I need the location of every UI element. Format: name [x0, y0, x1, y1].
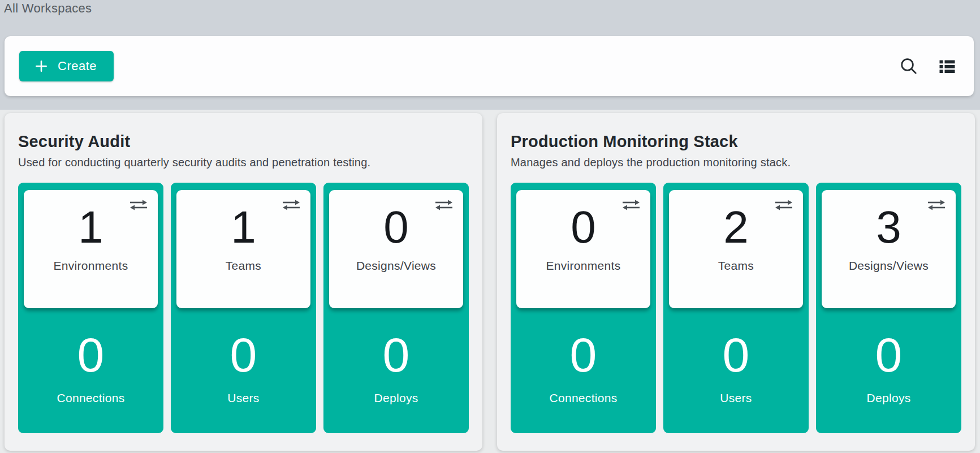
stat-value: 0 — [723, 330, 750, 379]
stat-value: 0 — [570, 330, 597, 379]
stat-label: Environments — [54, 259, 128, 273]
stat-tile-teams[interactable]: 2 Teams 0 Users — [663, 183, 809, 433]
workspace-name: Production Monitoring Stack — [511, 132, 961, 151]
stat-tile-top: 1 Teams — [176, 190, 310, 308]
stat-tile-top: 0 Environments — [516, 190, 650, 308]
stat-tile-bottom: 0 Users — [176, 308, 310, 433]
swap-horizontal-icon[interactable] — [925, 197, 948, 213]
swap-horizontal-icon[interactable] — [280, 197, 303, 213]
stat-value: 0 — [383, 204, 409, 251]
stat-tile-designs-views[interactable]: 0 Designs/Views 0 Deploys — [323, 183, 469, 433]
workspace-card-production-monitoring-stack: Production Monitoring Stack Manages and … — [497, 113, 975, 451]
stat-tile-top: 3 Designs/Views — [822, 190, 956, 308]
workspace-cards-row: Security Audit Used for conducting quart… — [5, 113, 975, 451]
workspace-name: Security Audit — [18, 132, 469, 151]
stat-label: Connections — [549, 391, 617, 405]
stat-label: Designs/Views — [356, 259, 436, 273]
stat-label: Users — [227, 391, 259, 405]
stat-label: Teams — [226, 259, 261, 273]
stat-tile-bottom: 0 Users — [669, 308, 803, 433]
stat-tile-top: 2 Teams — [669, 190, 803, 308]
stat-tile-designs-views[interactable]: 3 Designs/Views 0 Deploys — [816, 183, 961, 433]
stat-value: 0 — [230, 330, 257, 379]
stat-value: 3 — [876, 204, 901, 251]
stat-value: 2 — [723, 204, 749, 251]
stat-value: 1 — [231, 204, 256, 251]
page-title: All Workspaces — [4, 1, 92, 16]
stat-value: 0 — [383, 330, 410, 379]
list-view-icon[interactable] — [935, 54, 959, 78]
plus-icon — [34, 59, 49, 74]
stat-tile-teams[interactable]: 1 Teams 0 Users — [171, 183, 316, 433]
swap-horizontal-icon[interactable] — [772, 197, 795, 213]
stat-label: Environments — [546, 259, 621, 273]
workspace-description: Manages and deploys the production monit… — [511, 156, 961, 169]
search-icon[interactable] — [897, 54, 921, 78]
stat-tile-bottom: 0 Deploys — [329, 308, 463, 433]
stat-tiles: 1 Environments 0 Connections — [18, 183, 469, 433]
stat-label: Deploys — [374, 391, 418, 405]
stat-label: Designs/Views — [849, 259, 929, 273]
stat-value: 0 — [875, 330, 903, 379]
stat-tile-bottom: 0 Deploys — [822, 308, 956, 433]
stat-tile-environments[interactable]: 0 Environments 0 Connections — [511, 183, 656, 433]
stat-tile-top: 0 Designs/Views — [329, 190, 463, 308]
create-button[interactable]: Create — [19, 51, 114, 81]
stat-tile-environments[interactable]: 1 Environments 0 Connections — [18, 183, 163, 433]
create-button-label: Create — [58, 59, 97, 74]
stat-tile-bottom: 0 Connections — [24, 308, 158, 433]
stat-value: 1 — [78, 204, 103, 251]
stat-label: Users — [720, 391, 752, 405]
stat-tiles: 0 Environments 0 Connections — [511, 183, 961, 433]
stat-label: Teams — [718, 259, 754, 273]
stat-value: 0 — [77, 330, 105, 379]
workspace-description: Used for conducting quarterly security a… — [18, 156, 469, 169]
toolbar: Create — [5, 36, 974, 96]
stat-label: Connections — [57, 391, 124, 405]
swap-horizontal-icon[interactable] — [433, 197, 455, 213]
stat-tile-bottom: 0 Connections — [516, 308, 650, 433]
workspace-card-security-audit: Security Audit Used for conducting quart… — [5, 113, 482, 451]
stat-label: Deploys — [867, 391, 911, 405]
stat-tile-top: 1 Environments — [24, 190, 158, 308]
swap-horizontal-icon[interactable] — [127, 197, 150, 213]
swap-horizontal-icon[interactable] — [620, 197, 642, 213]
stat-value: 0 — [571, 204, 596, 251]
